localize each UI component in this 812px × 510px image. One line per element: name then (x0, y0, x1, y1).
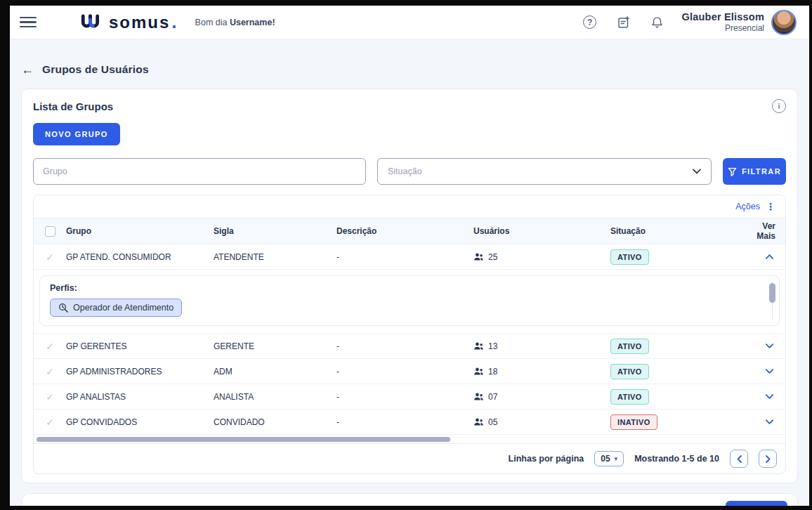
row-check-icon[interactable]: ✓ (46, 341, 54, 352)
filter-button[interactable]: FILTRAR (723, 158, 786, 185)
cell-descricao: - (335, 367, 472, 377)
column-header-situacao: Situação (609, 226, 746, 236)
pagination-bar: Linhas por página 05▾ Mostrando 1-5 de 1… (34, 443, 785, 473)
cell-descricao: - (335, 392, 472, 402)
greeting-text: Bom dia Username! (195, 18, 275, 27)
status-select-placeholder: Situação (388, 166, 422, 176)
page-body: ← Grupos de Usuários Lista de Grupos i N… (10, 39, 809, 506)
logo-dot: . (171, 17, 176, 28)
column-header-sigla: Sigla (212, 226, 335, 236)
users-icon (473, 367, 484, 377)
app-window: somus. Bom dia Username! ? Glauber Eliss… (10, 6, 809, 506)
users-icon (473, 341, 484, 351)
close-button[interactable]: FECHAR (726, 501, 787, 506)
chevron-down-icon (693, 169, 701, 174)
users-icon (473, 417, 484, 427)
cell-sigla: ANALISTA (212, 392, 335, 402)
cell-grupo: GP ATEND. CONSUMIDOR (65, 252, 212, 262)
chevron-down-icon[interactable] (765, 393, 774, 400)
funnel-icon (728, 167, 737, 176)
bell-icon[interactable] (646, 11, 669, 34)
cell-grupo: GP GERENTES (65, 341, 212, 351)
cell-grupo: GP ANALISTAS (65, 392, 212, 402)
row-check-icon[interactable]: ✓ (46, 391, 54, 403)
actions-link[interactable]: Ações (735, 202, 760, 211)
footer-card: FECHAR (21, 493, 798, 506)
cell-sigla: ATENDENTE (212, 252, 335, 262)
chevron-up-icon[interactable] (765, 254, 774, 260)
cell-usuarios: 13 (472, 341, 609, 351)
users-icon (473, 252, 484, 262)
avatar[interactable] (771, 10, 797, 35)
cell-usuarios: 25 (472, 252, 609, 262)
logo-text: somus (109, 14, 170, 31)
row-check-icon[interactable]: ✓ (46, 366, 54, 377)
user-name: Glauber Elissom (682, 11, 764, 22)
cell-sigla: CONVIDADO (212, 417, 335, 427)
help-icon[interactable]: ? (578, 11, 602, 34)
status-badge: ATIVO (610, 389, 649, 405)
chevron-down-icon[interactable] (765, 343, 774, 349)
table-row: ✓ GP ADMINISTRADORES ADM - 18 ATIVO (34, 358, 785, 384)
row-check-icon[interactable]: ✓ (46, 251, 54, 263)
back-arrow-icon[interactable]: ← (21, 63, 34, 76)
users-icon (473, 392, 484, 402)
profile-chip[interactable]: Operador de Atendimento (50, 299, 182, 317)
showing-range-label: Mostrando 1-5 de 10 (634, 454, 719, 464)
new-group-button[interactable]: NOVO GRUPO (33, 123, 120, 145)
cell-grupo: GP CONVIDADOS (65, 417, 212, 427)
column-header-descricao: Descrição (335, 226, 472, 236)
user-status: Presencial (682, 23, 764, 33)
cell-grupo: GP ADMINISTRADORES (65, 367, 212, 377)
hamburger-menu-icon[interactable] (20, 17, 37, 28)
table-header-row: Grupo Sigla Descrição Usuários Situação … (34, 218, 785, 244)
expanded-row-panel: Perfis: Operador de Atendimento (34, 269, 785, 333)
chevron-down-icon[interactable] (765, 368, 774, 374)
status-badge: INATIVO (610, 414, 657, 430)
vertical-scrollbar-thumb[interactable] (769, 283, 775, 303)
logo-mark-icon (80, 13, 104, 31)
table-row: ✓ GP GERENTES GERENTE - 13 ATIVO (34, 333, 785, 358)
table-row: ✓ GP ATEND. CONSUMIDOR ATENDENTE - 25 AT… (34, 244, 785, 269)
status-badge: ATIVO (610, 249, 649, 265)
cell-sigla: GERENTE (212, 341, 335, 351)
table-row: ✓ GP CONVIDADOS CONVIDADO - 05 INATIVO (34, 409, 785, 434)
status-filter-select[interactable]: Situação (377, 158, 712, 185)
kebab-menu-icon[interactable]: ⋮ (766, 202, 775, 211)
chevron-left-icon (737, 455, 742, 463)
rows-per-page-label: Linhas por página (509, 454, 584, 464)
chevron-down-icon[interactable] (765, 419, 774, 425)
cell-descricao: - (335, 252, 472, 262)
somus-logo[interactable]: somus. (80, 13, 177, 31)
user-menu[interactable]: Glauber Elissom Presencial (682, 11, 764, 33)
group-filter-input[interactable] (33, 158, 366, 185)
row-check-icon[interactable]: ✓ (46, 417, 54, 428)
cell-descricao: - (335, 417, 472, 427)
table-row: ✓ GP ANALISTAS ANALISTA - 07 ATIVO (34, 384, 785, 409)
top-navbar: somus. Bom dia Username! ? Glauber Eliss… (10, 6, 809, 39)
column-header-ver-mais: Ver Mais (746, 221, 785, 241)
table-actions-bar: Ações ⋮ (34, 195, 785, 218)
column-header-usuarios: Usuários (472, 226, 609, 236)
previous-page-button[interactable] (730, 450, 748, 468)
cell-sigla: ADM (212, 367, 335, 377)
groups-list-card: Lista de Grupos i NOVO GRUPO Situação FI… (21, 89, 798, 483)
info-icon[interactable]: i (772, 99, 786, 113)
cell-descricao: - (335, 341, 472, 351)
page-header: ← Grupos de Usuários (21, 63, 798, 76)
horizontal-scrollbar-thumb[interactable] (37, 437, 450, 442)
cell-usuarios: 07 (472, 392, 609, 402)
caret-down-icon: ▾ (615, 456, 618, 462)
next-page-button[interactable] (759, 450, 777, 468)
document-add-icon[interactable] (612, 11, 636, 34)
select-all-checkbox[interactable] (45, 226, 55, 237)
horizontal-scrollbar-track (34, 434, 785, 443)
rows-per-page-select[interactable]: 05▾ (594, 451, 624, 466)
card-title: Lista de Grupos (33, 100, 113, 112)
filter-row: Situação FILTRAR (33, 158, 786, 185)
cell-usuarios: 18 (472, 367, 609, 377)
chevron-right-icon (766, 455, 771, 463)
magnifier-icon (58, 303, 68, 313)
cell-usuarios: 05 (472, 417, 609, 427)
perfis-label: Perfis: (50, 283, 762, 293)
